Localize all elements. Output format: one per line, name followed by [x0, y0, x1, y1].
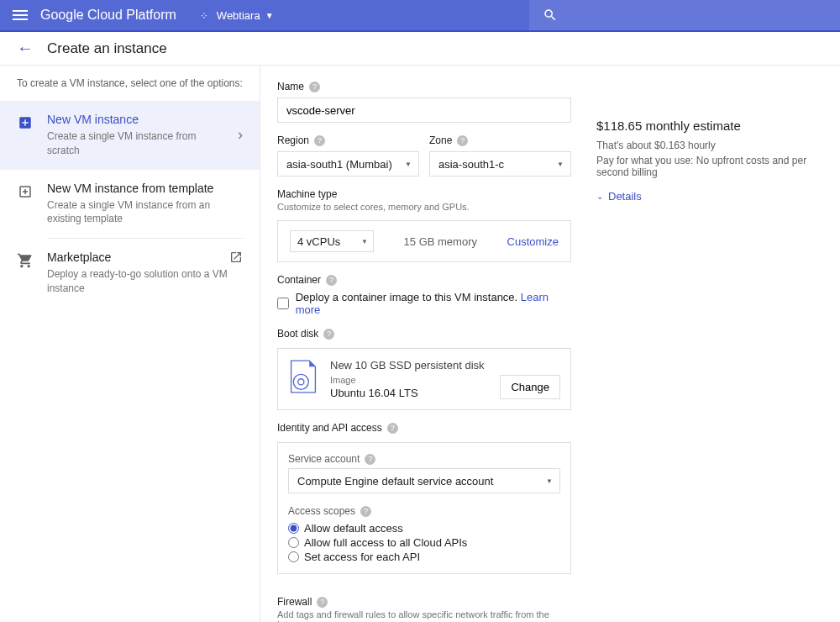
- add-box-icon: [18, 115, 33, 130]
- scope-default-radio[interactable]: [288, 523, 299, 534]
- estimate-title: $118.65 monthly estimate: [596, 119, 823, 133]
- sidebar-item-from-template[interactable]: New VM instance from template Create a s…: [0, 170, 260, 239]
- machine-memory-label: 15 GB memory: [374, 235, 507, 248]
- scope-default-label[interactable]: Allow default access: [304, 522, 403, 535]
- estimate-hourly: That's about $0.163 hourly: [596, 140, 823, 151]
- sidebar-item-subtitle: Create a single VM instance from scratch: [47, 129, 224, 158]
- help-icon[interactable]: ?: [387, 423, 398, 434]
- zone-label: Zone ?: [429, 134, 571, 146]
- template-icon: [18, 184, 33, 199]
- customize-link[interactable]: Customize: [507, 235, 559, 248]
- service-account-label: Service account ?: [288, 453, 560, 465]
- project-name: Webtiara: [217, 9, 260, 22]
- estimate-billing-note: Pay for what you use: No upfront costs a…: [596, 155, 823, 178]
- zone-select[interactable]: asia-south1-c: [429, 151, 571, 177]
- back-arrow-icon[interactable]: ←: [17, 39, 34, 58]
- help-icon[interactable]: ?: [326, 275, 337, 286]
- machine-type-label: Machine type: [277, 188, 571, 200]
- brand-label: Google Cloud Platform: [40, 8, 176, 23]
- help-icon[interactable]: ?: [457, 135, 468, 146]
- service-account-select[interactable]: Compute Engine default service account: [288, 468, 560, 493]
- firewall-label: Firewall ?: [277, 596, 571, 608]
- scope-each-radio[interactable]: [288, 551, 299, 562]
- bootdisk-box: New 10 GB SSD persistent disk Image Ubun…: [277, 348, 571, 410]
- bootdisk-desc: New 10 GB SSD persistent disk: [330, 359, 488, 372]
- sidebar-item-title: Marketplace: [47, 250, 243, 264]
- identity-label: Identity and API access ?: [277, 422, 571, 434]
- hamburger-icon: [13, 14, 28, 16]
- help-icon[interactable]: ?: [365, 454, 375, 465]
- svg-point-1: [293, 374, 308, 389]
- name-input[interactable]: [277, 98, 571, 123]
- project-icon: [200, 9, 212, 21]
- disk-icon: [288, 359, 318, 394]
- project-selector[interactable]: Webtiara ▼: [193, 6, 281, 25]
- sidebar: To create a VM instance, select one of t…: [0, 66, 260, 622]
- chevron-down-icon: ▼: [265, 11, 274, 20]
- form-column: Name ? Region ? asia-south1 (Mumbai): [277, 81, 571, 622]
- scope-full-label[interactable]: Allow full access to all Cloud APIs: [304, 536, 467, 549]
- help-icon[interactable]: ?: [314, 135, 325, 146]
- identity-box: Service account ? Compute Engine default…: [277, 442, 571, 574]
- bootdisk-image-label: Image: [330, 375, 488, 385]
- page-title: Create an instance: [47, 40, 167, 57]
- firewall-helper: Add tags and firewall rules to allow spe…: [277, 609, 571, 622]
- form-area: Name ? Region ? asia-south1 (Mumbai): [260, 66, 840, 622]
- vcpu-select[interactable]: 4 vCPUs: [290, 230, 374, 252]
- help-icon[interactable]: ?: [317, 597, 328, 608]
- change-button[interactable]: Change: [500, 375, 560, 399]
- sidebar-item-subtitle: Create a single VM instance from an exis…: [47, 198, 243, 227]
- sidebar-item-new-vm[interactable]: New VM instance Create a single VM insta…: [0, 101, 260, 170]
- bootdisk-image-value: Ubuntu 16.04 LTS: [330, 387, 488, 399]
- hamburger-menu-button[interactable]: [0, 14, 40, 16]
- search-input-area[interactable]: [529, 0, 840, 30]
- estimate-panel: $118.65 monthly estimate That's about $0…: [596, 81, 823, 622]
- container-checkbox-label[interactable]: Deploy a container image to this VM inst…: [296, 291, 571, 316]
- chevron-right-icon: ›: [238, 126, 243, 144]
- double-chevron-down-icon: ⌄: [596, 192, 603, 201]
- svg-point-2: [298, 379, 304, 385]
- titlebar: ← Create an instance: [0, 32, 840, 66]
- access-scopes-label: Access scopes ?: [288, 505, 560, 517]
- machine-type-helper: Customize to select cores, memory and GP…: [277, 202, 571, 212]
- scope-each-label[interactable]: Set access for each API: [304, 551, 420, 563]
- sidebar-hint: To create a VM instance, select one of t…: [0, 66, 260, 101]
- details-link[interactable]: ⌄ Details: [596, 190, 823, 203]
- help-icon[interactable]: ?: [323, 329, 334, 340]
- scope-full-radio[interactable]: [288, 537, 299, 548]
- search-icon: [543, 8, 558, 23]
- sidebar-item-marketplace[interactable]: Marketplace Deploy a ready-to-go solutio…: [0, 239, 260, 308]
- region-select[interactable]: asia-south1 (Mumbai): [277, 151, 419, 177]
- container-label: Container ?: [277, 274, 571, 286]
- container-checkbox[interactable]: [277, 298, 289, 309]
- help-icon[interactable]: ?: [309, 82, 320, 92]
- cart-icon: [17, 252, 34, 269]
- bootdisk-label: Boot disk ?: [277, 328, 571, 340]
- topbar: Google Cloud Platform Webtiara ▼: [0, 0, 840, 30]
- main-layout: To create a VM instance, select one of t…: [0, 66, 840, 622]
- sidebar-item-subtitle: Deploy a ready-to-go solution onto a VM …: [47, 267, 243, 296]
- sidebar-item-title: New VM instance: [47, 113, 224, 126]
- sidebar-item-title: New VM instance from template: [47, 182, 243, 195]
- launch-icon: [229, 250, 243, 266]
- name-label: Name ?: [277, 81, 571, 92]
- machine-type-box: 4 vCPUs 15 GB memory Customize: [277, 220, 571, 262]
- region-label: Region ?: [277, 134, 419, 146]
- help-icon[interactable]: ?: [360, 506, 371, 517]
